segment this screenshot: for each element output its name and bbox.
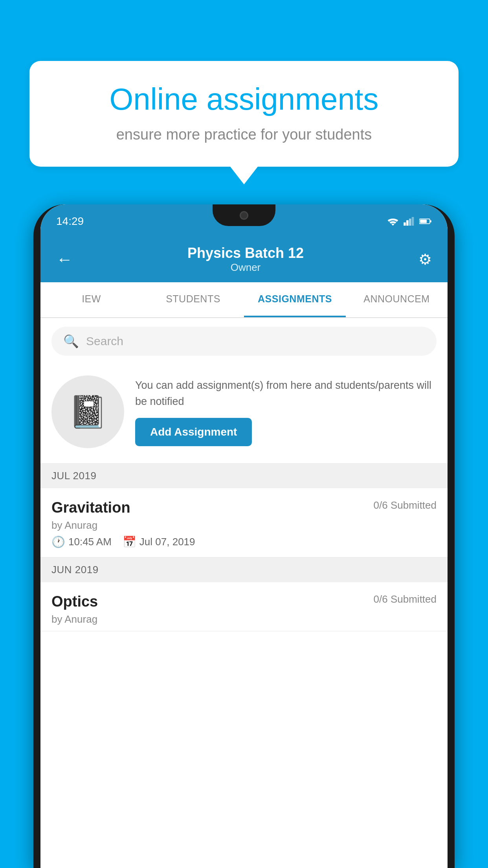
section-header-jul: JUL 2019	[40, 463, 448, 488]
section-header-jun: JUN 2019	[40, 557, 448, 582]
notch	[213, 204, 275, 226]
assignment-date: Jul 07, 2019	[139, 536, 195, 548]
tab-students[interactable]: STUDENTS	[142, 282, 244, 317]
assignment-meta-optics: by Anurag	[51, 613, 437, 625]
header-subtitle: Owner	[73, 261, 418, 274]
speech-bubble-arrow	[230, 167, 258, 184]
svg-rect-5	[430, 220, 431, 222]
svg-rect-6	[420, 219, 427, 223]
promo-text: You can add assignment(s) from here and …	[135, 377, 437, 409]
header-center: Physics Batch 12 Owner	[73, 245, 418, 274]
search-bar[interactable]: 🔍 Search	[51, 327, 437, 356]
app-header: ← Physics Batch 12 Owner ⚙	[40, 238, 448, 282]
calendar-icon: 📅	[123, 535, 136, 548]
content-area: 🔍 Search 📓 You can add assignment(s) fro…	[40, 318, 448, 631]
promo-icon-circle: 📓	[51, 375, 124, 448]
clock-icon: 🕐	[51, 535, 65, 548]
bubble-subtitle: ensure more practice for your students	[57, 126, 431, 143]
notebook-icon: 📓	[68, 394, 108, 430]
submitted-badge-optics: 0/6 Submitted	[374, 593, 437, 605]
header-title: Physics Batch 12	[73, 245, 418, 261]
assignment-time: 10:45 AM	[68, 536, 112, 548]
assignment-item-gravitation[interactable]: Gravitation 0/6 Submitted by Anurag 🕐 10…	[40, 488, 448, 557]
speech-bubble-wrapper: Online assignments ensure more practice …	[29, 61, 459, 184]
tab-announcements[interactable]: ANNOUNCEM	[346, 282, 448, 317]
back-button[interactable]: ←	[56, 250, 73, 269]
svg-rect-3	[412, 217, 414, 226]
status-time: 14:29	[56, 215, 84, 228]
phone-frame: 14:29	[33, 204, 455, 868]
assignment-item-optics[interactable]: Optics 0/6 Submitted by Anurag	[40, 582, 448, 631]
camera-dot	[240, 211, 248, 220]
search-placeholder: Search	[86, 335, 123, 348]
search-icon: 🔍	[63, 334, 79, 349]
add-assignment-button[interactable]: Add Assignment	[135, 418, 252, 446]
phone-screen: 14:29	[40, 204, 448, 868]
assignment-meta-gravitation: by Anurag	[51, 519, 437, 531]
promo-section: 📓 You can add assignment(s) from here an…	[40, 364, 448, 463]
tabs-row: IEW STUDENTS ASSIGNMENTS ANNOUNCEM	[40, 282, 448, 318]
date-item: 📅 Jul 07, 2019	[123, 535, 195, 548]
time-item: 🕐 10:45 AM	[51, 535, 112, 548]
tab-iew[interactable]: IEW	[40, 282, 142, 317]
svg-rect-0	[404, 222, 406, 225]
settings-button[interactable]: ⚙	[418, 251, 432, 268]
assignment-top-row: Gravitation 0/6 Submitted	[51, 499, 437, 516]
wifi-icon	[387, 217, 399, 226]
battery-icon	[419, 217, 432, 226]
svg-rect-1	[406, 220, 409, 226]
submitted-badge-gravitation: 0/6 Submitted	[374, 499, 437, 511]
speech-bubble: Online assignments ensure more practice …	[29, 61, 459, 167]
assignment-top-row-optics: Optics 0/6 Submitted	[51, 593, 437, 610]
tab-assignments[interactable]: ASSIGNMENTS	[244, 282, 346, 317]
assignment-time-row: 🕐 10:45 AM 📅 Jul 07, 2019	[51, 535, 437, 548]
status-bar: 14:29	[40, 204, 448, 238]
status-icons	[387, 217, 432, 226]
assignment-name-gravitation: Gravitation	[51, 499, 130, 516]
bubble-title: Online assignments	[57, 83, 431, 116]
signal-icon	[404, 217, 415, 226]
svg-rect-2	[409, 219, 411, 226]
promo-right: You can add assignment(s) from here and …	[135, 377, 437, 446]
assignment-name-optics: Optics	[51, 593, 98, 610]
